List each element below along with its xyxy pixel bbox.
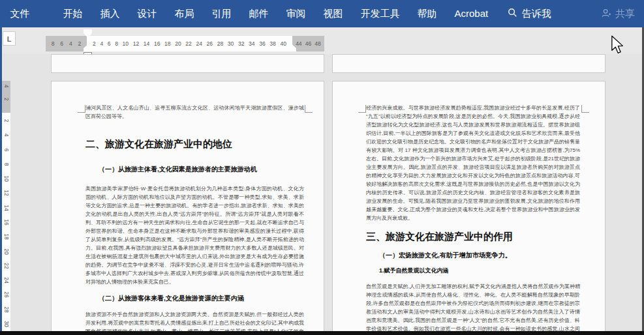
paragraph: 经济的兴衰成败。与世界旅游经济发展趋势相适应,我国旅游业经过十多年的长足发展,经… — [366, 104, 580, 222]
tab-developer[interactable]: 开发工具 — [352, 0, 408, 27]
ruler-tick-label: 2 — [93, 40, 96, 47]
tab-stop-selector[interactable]: L — [3, 31, 16, 46]
ruler-tick-label: 8 — [3, 160, 10, 168]
ruler-tick-label: 38 — [269, 40, 275, 47]
ruler-tick-label: 12 — [3, 189, 10, 197]
tell-me-search[interactable]: 告诉我 — [508, 8, 551, 20]
tab-file[interactable]: 文件 — [1, 0, 38, 27]
paragraph: 旅游资源不外乎自然旅游资源和人文旅游资源两大类。自然资源是天赋的,但一般都经过人… — [85, 310, 304, 332]
ruler-tick-label: 2 — [3, 117, 10, 125]
person-add-icon — [601, 8, 611, 20]
section-heading: 二、旅游文化在旅游产业中的地位 — [85, 138, 304, 151]
share-button[interactable]: 共享 — [601, 0, 635, 27]
ruler-tick-label: 6 — [3, 145, 10, 154]
ruler-tick-label: 16 — [3, 218, 10, 226]
paragraph: 浦河风景区、人文名山齐山、追寻五柳东流古文化区、运动休闲地平天湖旅游度假区、漫步… — [85, 104, 304, 121]
ruler-tick-label: 24 — [196, 40, 202, 47]
ruler-tick-label: 12 — [133, 40, 139, 47]
text-boundary-mark — [581, 105, 589, 113]
tab-design[interactable]: 设计 — [129, 0, 166, 27]
ruler-tick-label: 18 — [3, 233, 10, 241]
numbered-subheading: 1.赋予自然景观以文化内涵 — [366, 267, 580, 275]
tab-insert[interactable]: 插入 — [91, 0, 129, 27]
word-window: 文件 开始 插入 设计 布局 引用 邮件 审阅 视图 开发工具 帮助 Acrob… — [0, 0, 644, 335]
subsection-heading: （一）从旅游主体看,文化因素是旅游者的主要旅游动机 — [85, 165, 304, 174]
ruler-tick-label: 34 — [249, 40, 254, 47]
previous-page-left-bottom — [51, 54, 324, 73]
text-boundary-mark — [358, 105, 366, 113]
paragraph: 美国旅游美学家罗伯特·W·麦金托曾将旅游动机划分为几种基本类型:身体方面的动机、… — [85, 184, 304, 286]
tab-view[interactable]: 视图 — [314, 0, 352, 27]
tab-mailings[interactable]: 邮件 — [240, 0, 277, 27]
section-heading: 三、旅游文化在旅游产业中的作用 — [366, 230, 580, 243]
hruler-text-area: 246810121416182022242628303234363840 — [87, 36, 292, 51]
ruler-tick-label: 44 — [296, 40, 301, 47]
ruler-tick-label: 28 — [3, 305, 10, 313]
tab-acrobat[interactable]: Acrobat — [446, 0, 497, 27]
ruler-tick-label: 10 — [123, 40, 129, 47]
search-icon — [508, 8, 517, 20]
ruler-tick-label: 48 — [314, 40, 320, 47]
ruler-tick-label: 2 — [3, 95, 10, 104]
ruler-tick-label: 8 — [52, 40, 55, 47]
tell-me-label: 告诉我 — [522, 8, 551, 20]
ruler-tick-label: 6 — [60, 40, 63, 47]
ruler-tick-label: 18 — [164, 40, 170, 47]
ruler-tick-label: 30 — [228, 40, 234, 47]
ruler-tick-label: 30 — [3, 319, 10, 328]
hruler-right-margin: 444648 — [292, 36, 324, 51]
tab-stop-glyph: L — [7, 36, 12, 42]
subsection-heading: （一）宏扬旅游文化,有助于增加市场竞争力。 — [366, 251, 580, 260]
ruler-tick-label: 8 — [115, 40, 118, 47]
ruler-tick-label: 14 — [144, 40, 149, 47]
window-border-bottom — [0, 331, 644, 335]
ruler-tick-label: 4 — [3, 82, 10, 91]
ribbon-tab-bar: 文件 开始 插入 设计 布局 引用 邮件 审阅 视图 开发工具 帮助 Acrob… — [0, 0, 644, 27]
ruler-tick-label: 16 — [154, 40, 160, 47]
ruler-tick-label: 26 — [3, 291, 10, 299]
ruler-tick-label: 46 — [305, 40, 311, 47]
document-page-left[interactable]: 浦河风景区、人文名山齐山、追寻五柳东流古文化区、运动休闲地平天湖旅游度假区、漫步… — [51, 81, 324, 332]
ruler-tick-label: 4 — [69, 40, 72, 47]
vruler-text-area: 24681012141618202224262830 — [2, 113, 10, 332]
ruler-tick-label: 20 — [175, 40, 181, 47]
ruler-tick-label: 20 — [3, 247, 10, 255]
tab-home[interactable]: 开始 — [54, 0, 91, 27]
ruler-tick-label: 40 — [280, 40, 286, 47]
ruler-tick-label: 22 — [185, 40, 191, 47]
ruler-tick-label: 32 — [238, 40, 244, 47]
tab-review[interactable]: 审阅 — [277, 0, 314, 27]
ruler-tick-label: 10 — [3, 175, 10, 183]
ruler-tick-label: 28 — [217, 40, 223, 47]
tab-references[interactable]: 引用 — [203, 0, 240, 27]
ruler-tick-label: 4 — [100, 40, 103, 47]
ruler-tick-label: 36 — [259, 40, 265, 47]
tab-help[interactable]: 帮助 — [408, 0, 446, 27]
mouse-cursor — [611, 35, 625, 57]
window-border-left — [0, 0, 2, 335]
subsection-heading: （二）从旅游客体来看,文化是旅游资源的主要内涵 — [85, 294, 304, 303]
ruler-tick-label: 2 — [78, 40, 81, 47]
vruler-top-margin: 42 — [2, 81, 10, 113]
text-boundary-mark — [78, 105, 85, 113]
hruler-left-margin: 8642 — [46, 36, 87, 51]
ruler-tick-label: 4 — [3, 131, 10, 139]
document-page-right[interactable]: 经济的兴衰成败。与世界旅游经济发展趋势相适应,我国旅游业经过十多年的长足发展,经… — [332, 81, 606, 332]
ruler-tick-label: 22 — [3, 261, 10, 270]
tab-layout[interactable]: 布局 — [166, 0, 203, 27]
paragraph: 自然景观是天赋的,人们并无加工雕琢的权利,赋予其文化内涵是指人类将自然景观作为某… — [366, 282, 580, 332]
ruler-tick-label: 26 — [207, 40, 213, 47]
previous-page-right-bottom — [332, 54, 606, 73]
ruler-tick-label: 24 — [3, 276, 10, 285]
text-boundary-mark — [305, 105, 313, 113]
share-label: 共享 — [615, 8, 635, 20]
ruler-tick-label: 14 — [3, 203, 10, 212]
ruler-tick-label: 6 — [108, 40, 111, 47]
